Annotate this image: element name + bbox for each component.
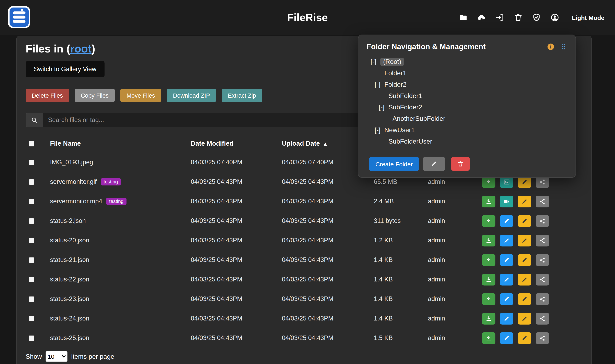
tree-toggle[interactable]: [-] xyxy=(375,127,384,134)
items-per-page-select[interactable]: 10 xyxy=(46,351,67,362)
rename-button[interactable] xyxy=(518,293,531,305)
move-files-button[interactable]: Move Files xyxy=(120,89,161,102)
row-checkbox[interactable] xyxy=(29,160,34,165)
file-name[interactable]: status-23.json xyxy=(50,295,89,303)
edit-button[interactable] xyxy=(500,332,513,344)
rename-button[interactable] xyxy=(518,273,531,285)
row-checkbox[interactable] xyxy=(29,257,34,262)
folder-label[interactable]: (Root) xyxy=(380,58,404,66)
download-button[interactable] xyxy=(482,312,496,324)
file-name[interactable]: status-22.json xyxy=(50,276,89,283)
rename-button[interactable] xyxy=(518,254,531,266)
tag-badge[interactable]: testing xyxy=(106,198,127,205)
download-zip-button[interactable]: Download ZIP xyxy=(167,89,216,102)
download-button[interactable] xyxy=(482,254,496,266)
row-checkbox[interactable] xyxy=(29,179,34,184)
upload-button[interactable] xyxy=(477,13,486,22)
folder-tree-item[interactable]: Folder1 xyxy=(366,67,567,79)
select-all-checkbox[interactable] xyxy=(29,141,34,146)
info-icon[interactable] xyxy=(547,43,555,51)
app-logo[interactable] xyxy=(7,5,31,30)
edit-button[interactable] xyxy=(500,312,513,324)
download-button[interactable] xyxy=(482,234,496,246)
edit-button[interactable] xyxy=(500,234,513,246)
row-checkbox[interactable] xyxy=(29,218,34,223)
logout-button[interactable] xyxy=(496,13,504,22)
share-button[interactable] xyxy=(536,215,549,227)
folder-label[interactable]: AnotherSubFolder xyxy=(393,115,445,122)
col-file-name[interactable]: File Name xyxy=(45,140,191,147)
folder-label[interactable]: Folder2 xyxy=(384,81,406,88)
folder-tree-item[interactable]: SubFolderUser xyxy=(366,136,567,147)
file-name[interactable]: IMG_0193.jpeg xyxy=(50,159,93,166)
edit-button[interactable] xyxy=(500,273,513,285)
file-name[interactable]: status-21.json xyxy=(50,256,89,263)
tree-toggle[interactable]: [-] xyxy=(375,81,384,88)
root-link[interactable]: root xyxy=(70,43,92,55)
extract-zip-button[interactable]: Extract Zip xyxy=(222,89,262,102)
row-checkbox[interactable] xyxy=(29,199,34,204)
folder-label[interactable]: NewUser1 xyxy=(384,127,415,134)
admin-button[interactable] xyxy=(532,13,541,22)
download-button[interactable] xyxy=(482,332,496,344)
folder-tree-item[interactable]: SubFolder1 xyxy=(366,90,567,102)
profile-button[interactable] xyxy=(550,13,559,22)
edit-button[interactable] xyxy=(500,254,513,266)
share-button[interactable] xyxy=(536,332,549,344)
light-mode-toggle[interactable]: Light Mode xyxy=(572,14,604,21)
preview-video-button[interactable] xyxy=(500,195,513,207)
folder-label[interactable]: SubFolderUser xyxy=(388,138,432,145)
rename-button[interactable] xyxy=(518,234,531,246)
create-folder-button[interactable]: Create Folder xyxy=(369,157,419,171)
file-name[interactable]: status-2.json xyxy=(50,217,86,224)
col-date-modified[interactable]: Date Modified xyxy=(191,140,282,147)
file-name[interactable]: servermonitor.gif xyxy=(50,178,97,185)
download-button[interactable] xyxy=(482,293,496,305)
folder-tree-item[interactable]: AnotherSubFolder xyxy=(366,113,567,124)
delete-folder-button[interactable] xyxy=(451,157,470,171)
rename-button[interactable] xyxy=(518,332,531,344)
share-button[interactable] xyxy=(536,234,549,246)
share-button[interactable] xyxy=(536,293,549,305)
folder-label[interactable]: SubFolder1 xyxy=(388,92,422,100)
download-button[interactable] xyxy=(482,273,496,285)
download-button[interactable] xyxy=(482,195,496,207)
copy-files-button[interactable]: Copy Files xyxy=(75,89,115,102)
share-button[interactable] xyxy=(536,312,549,324)
tag-badge[interactable]: testing xyxy=(101,178,121,185)
tree-toggle[interactable]: [-] xyxy=(371,58,380,65)
gallery-view-button[interactable]: Switch to Gallery View xyxy=(26,61,105,77)
folder-tree-item[interactable]: [-]Folder2 xyxy=(366,79,567,90)
row-checkbox[interactable] xyxy=(29,277,34,282)
row-checkbox[interactable] xyxy=(29,296,34,301)
table-row: servermonitor.mp4testing04/03/25 04:43PM… xyxy=(29,192,591,211)
row-checkbox[interactable] xyxy=(29,316,34,321)
download-button[interactable] xyxy=(482,215,496,227)
share-button[interactable] xyxy=(536,254,549,266)
share-button[interactable] xyxy=(536,195,549,207)
rename-button[interactable] xyxy=(518,195,531,207)
file-name[interactable]: status-20.json xyxy=(50,237,89,244)
edit-button[interactable] xyxy=(500,215,513,227)
row-checkbox[interactable] xyxy=(29,238,34,243)
file-name[interactable]: status-25.json xyxy=(50,334,89,342)
edit-button[interactable] xyxy=(500,293,513,305)
row-checkbox[interactable] xyxy=(29,335,34,341)
share-button[interactable] xyxy=(536,273,549,285)
file-name[interactable]: status-24.json xyxy=(50,315,89,322)
trash-button[interactable] xyxy=(514,13,523,22)
folder-tree-item[interactable]: [-]NewUser1 xyxy=(366,124,567,136)
rename-folder-button[interactable] xyxy=(422,157,445,171)
delete-files-button[interactable]: Delete Files xyxy=(26,89,69,102)
folder-label[interactable]: Folder1 xyxy=(384,70,406,77)
folder-label[interactable]: SubFolder2 xyxy=(388,104,422,111)
rename-button[interactable] xyxy=(518,215,531,227)
drag-handle-icon[interactable] xyxy=(560,43,567,51)
folder-tree-item[interactable]: [-]SubFolder2 xyxy=(366,102,567,113)
folder-manager-button[interactable] xyxy=(459,13,468,22)
tree-toggle[interactable]: [-] xyxy=(379,104,388,111)
search-button[interactable] xyxy=(26,113,43,127)
file-name[interactable]: servermonitor.mp4 xyxy=(50,198,102,205)
folder-tree-item[interactable]: [-](Root) xyxy=(366,56,567,67)
rename-button[interactable] xyxy=(518,312,531,324)
